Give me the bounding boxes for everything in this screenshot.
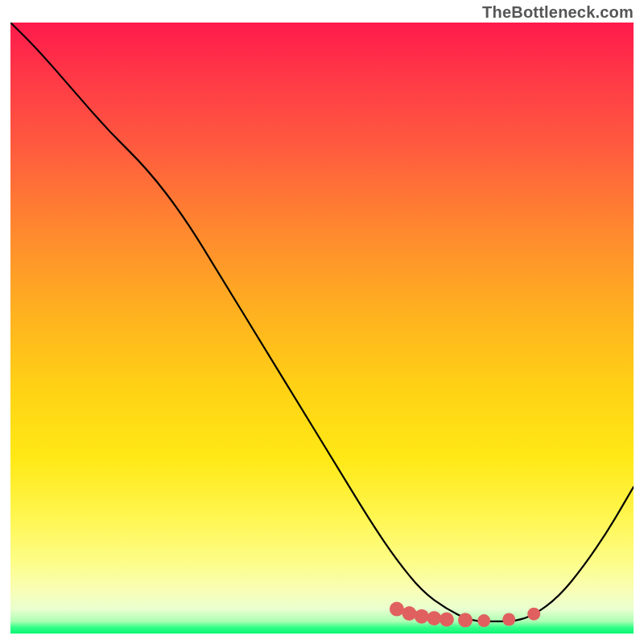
heat-gradient-background [10, 23, 634, 634]
chart-canvas: TheBottleneck.com [0, 0, 644, 644]
attribution-label: TheBottleneck.com [482, 3, 634, 22]
plot-area [10, 23, 634, 634]
